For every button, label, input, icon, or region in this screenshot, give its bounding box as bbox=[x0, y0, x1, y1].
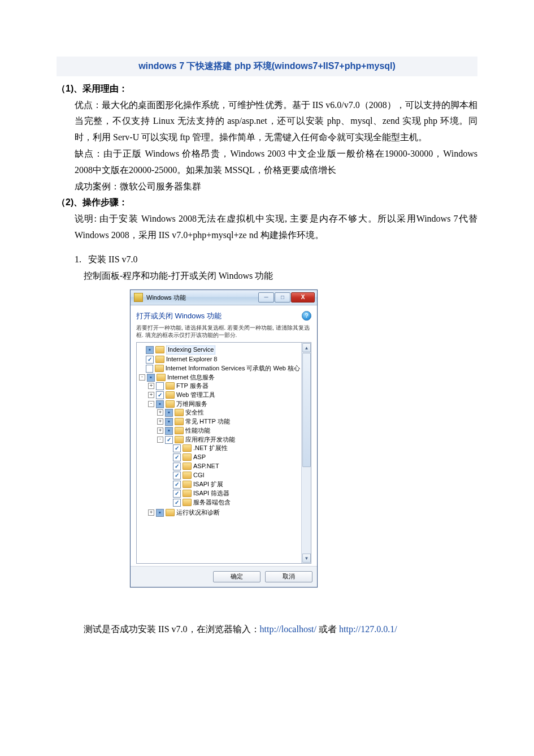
advantage-paragraph: 优点：最大化的桌面图形化操作系统，可维护性优秀。基于 IIS v6.0/v7.0… bbox=[57, 97, 477, 146]
case-paragraph: 成功案例：微软公司服务器集群 bbox=[57, 179, 477, 195]
checkbox-iis-hostable[interactable] bbox=[146, 365, 154, 373]
tree-item-web-mgmt[interactable]: Web 管理工具 bbox=[176, 391, 215, 399]
checkbox-appdev[interactable] bbox=[165, 436, 173, 444]
checkbox-http[interactable] bbox=[165, 418, 173, 426]
document-page: windows 7 下快速搭建 php 环境(windows7+IIS7+php… bbox=[0, 0, 534, 756]
step-number: 1. bbox=[75, 254, 81, 264]
tree-item-health[interactable]: 运行状况和诊断 bbox=[176, 509, 220, 516]
tree-item-iis[interactable]: Internet 信息服务 bbox=[167, 374, 215, 381]
feature-tree[interactable]: Indexing Service Internet Explorer 8 bbox=[137, 343, 301, 563]
folder-icon bbox=[183, 499, 192, 506]
section-1-heading: （1)、采用理由： bbox=[57, 81, 477, 97]
checkbox-iis[interactable] bbox=[147, 374, 155, 382]
explanation-paragraph: 说明: 由于安装 Windows 2008无法在虚拟机中实现, 主要是内存不够大… bbox=[57, 211, 477, 244]
ok-button[interactable]: 确定 bbox=[213, 571, 261, 582]
dialog-footer: 确定 取消 bbox=[131, 567, 317, 586]
folder-icon bbox=[155, 365, 164, 372]
checkbox-web-mgmt[interactable] bbox=[156, 391, 164, 399]
page-title: windows 7 下快速搭建 php 环境(windows7+IIS7+php… bbox=[57, 57, 477, 76]
folder-icon bbox=[183, 444, 192, 452]
window-icon bbox=[134, 293, 143, 302]
checkbox-cgi[interactable] bbox=[173, 472, 181, 479]
checkbox-isapi-ext[interactable] bbox=[173, 481, 181, 489]
tree-item-indexing-service[interactable]: Indexing Service bbox=[166, 345, 215, 354]
tree-item-http[interactable]: 常见 HTTP 功能 bbox=[185, 418, 230, 425]
tree-item-isapi-filter[interactable]: ISAPI 筛选器 bbox=[193, 490, 229, 497]
link-127[interactable]: http://127.0.0.1/ bbox=[339, 624, 397, 634]
step-1-subtitle: 控制面板-程序和功能-打开或关闭 Windows 功能 bbox=[57, 268, 477, 284]
scroll-up-button[interactable]: ▲ bbox=[302, 343, 311, 352]
test-instruction: 测试是否成功安装 IIS v7.0，在浏览器输入：http://localhos… bbox=[57, 621, 477, 638]
folder-icon bbox=[183, 453, 192, 461]
checkbox-ftp[interactable] bbox=[156, 382, 164, 390]
checkbox-security[interactable] bbox=[165, 409, 173, 417]
link-localhost[interactable]: http://localhost/ bbox=[260, 624, 316, 634]
tree-item-ssi[interactable]: 服务器端包含 bbox=[193, 499, 231, 506]
scroll-down-button[interactable]: ▼ bbox=[302, 554, 311, 563]
tree-item-www[interactable]: 万维网服务 bbox=[176, 400, 207, 408]
checkbox-www[interactable] bbox=[156, 400, 164, 408]
folder-icon bbox=[157, 374, 166, 381]
checkbox-net-ext[interactable] bbox=[173, 444, 181, 452]
disadvantage-paragraph: 缺点：由于正版 Windows 价格昂贵，Windows 2003 中文企业版一… bbox=[57, 146, 477, 179]
tree-expander[interactable]: - bbox=[139, 374, 145, 381]
folder-icon bbox=[166, 391, 175, 399]
folder-icon bbox=[166, 382, 175, 390]
minimize-button[interactable]: ─ bbox=[258, 292, 274, 303]
feature-tree-container: Indexing Service Internet Explorer 8 bbox=[136, 342, 311, 564]
expander-placeholder bbox=[139, 347, 144, 352]
checkbox-ssi[interactable] bbox=[173, 499, 181, 507]
window-title: Windows 功能 bbox=[146, 294, 258, 301]
checkbox-asp[interactable] bbox=[173, 453, 181, 461]
tree-expander[interactable]: - bbox=[148, 401, 154, 407]
checkbox-performance[interactable] bbox=[165, 427, 173, 435]
tree-expander[interactable]: - bbox=[157, 437, 163, 443]
tree-item-iis-hostable[interactable]: Internet Information Services 可承载的 Web 核… bbox=[166, 365, 300, 372]
dialog-heading: 打开或关闭 Windows 功能 bbox=[136, 312, 222, 321]
test-text-prefix: 测试是否成功安装 IIS v7.0，在浏览器输入： bbox=[84, 624, 260, 634]
tree-item-appdev[interactable]: 应用程序开发功能 bbox=[185, 436, 235, 443]
folder-icon bbox=[175, 436, 184, 443]
folder-icon bbox=[183, 490, 192, 497]
tree-expander[interactable]: + bbox=[157, 427, 163, 434]
folder-icon bbox=[175, 409, 184, 416]
tree-expander[interactable]: + bbox=[148, 383, 154, 389]
section-2-heading: （2)、操作步骤： bbox=[57, 195, 477, 211]
tree-item-isapi-ext[interactable]: ISAPI 扩展 bbox=[193, 481, 223, 488]
checkbox-isapi-filter[interactable] bbox=[173, 490, 181, 498]
checkbox-aspnet[interactable] bbox=[173, 463, 181, 470]
folder-icon bbox=[166, 400, 175, 408]
tree-item-security[interactable]: 安全性 bbox=[185, 409, 204, 416]
checkbox-indexing[interactable] bbox=[146, 346, 154, 354]
tree-item-cgi[interactable]: CGI bbox=[193, 472, 205, 479]
folder-icon bbox=[183, 472, 192, 479]
folder-icon bbox=[155, 346, 164, 353]
close-button[interactable]: X bbox=[291, 292, 315, 303]
windows-features-dialog: Windows 功能 ─ □ X 打开或关闭 Windows 功能 ? 若要打开… bbox=[130, 290, 318, 587]
folder-icon bbox=[175, 418, 184, 425]
dialog-titlebar[interactable]: Windows 功能 ─ □ X bbox=[131, 290, 317, 305]
checkbox-ie8[interactable] bbox=[146, 356, 154, 364]
test-text-mid: 或者 bbox=[316, 624, 339, 634]
step-title: 安装 IIS v7.0 bbox=[88, 254, 138, 264]
windows-features-dialog-figure: Windows 功能 ─ □ X 打开或关闭 Windows 功能 ? 若要打开… bbox=[130, 290, 477, 587]
tree-scrollbar[interactable]: ▲ ▼ bbox=[301, 343, 311, 563]
folder-icon bbox=[155, 356, 164, 363]
tree-expander[interactable]: + bbox=[148, 509, 154, 516]
tree-expander[interactable]: + bbox=[157, 409, 163, 416]
tree-item-aspnet[interactable]: ASP.NET bbox=[193, 463, 219, 470]
tree-expander[interactable]: + bbox=[157, 418, 163, 425]
folder-icon bbox=[166, 509, 175, 516]
checkbox-health[interactable] bbox=[156, 509, 164, 517]
cancel-button[interactable]: 取消 bbox=[265, 571, 312, 582]
tree-item-asp[interactable]: ASP bbox=[193, 453, 206, 461]
tree-expander[interactable]: + bbox=[148, 392, 154, 398]
tree-item-ie8[interactable]: Internet Explorer 8 bbox=[166, 356, 218, 363]
tree-item-performance[interactable]: 性能功能 bbox=[185, 427, 210, 434]
tree-item-net-ext[interactable]: .NET 扩展性 bbox=[193, 444, 228, 452]
step-1: 1. 安装 IIS v7.0 bbox=[57, 252, 477, 268]
scroll-thumb[interactable] bbox=[302, 353, 311, 467]
help-icon[interactable]: ? bbox=[302, 311, 311, 321]
tree-item-ftp[interactable]: FTP 服务器 bbox=[176, 382, 209, 390]
maximize-button[interactable]: □ bbox=[275, 292, 290, 303]
